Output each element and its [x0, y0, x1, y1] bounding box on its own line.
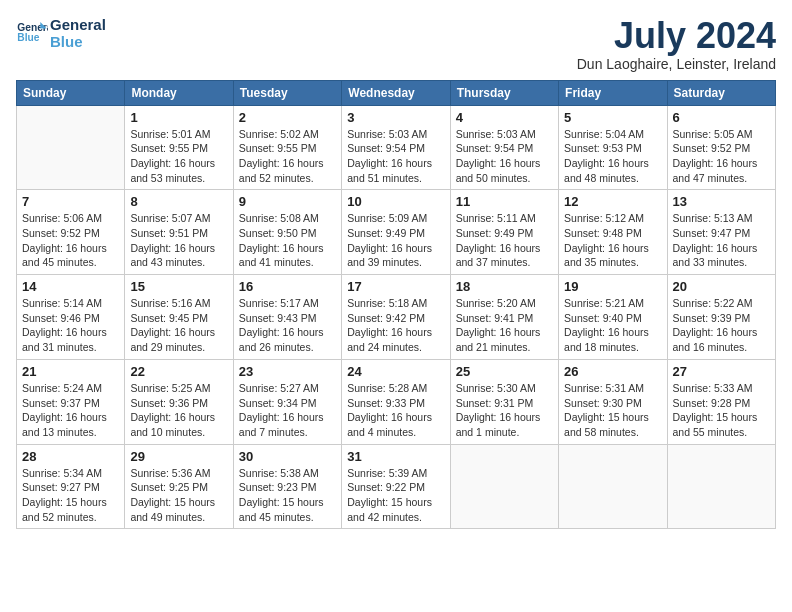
calendar-cell: 26Sunrise: 5:31 AMSunset: 9:30 PMDayligh…: [559, 359, 667, 444]
calendar-cell: 4Sunrise: 5:03 AMSunset: 9:54 PMDaylight…: [450, 105, 558, 190]
day-number: 24: [347, 364, 444, 379]
calendar-cell: 15Sunrise: 5:16 AMSunset: 9:45 PMDayligh…: [125, 275, 233, 360]
calendar-cell: 29Sunrise: 5:36 AMSunset: 9:25 PMDayligh…: [125, 444, 233, 529]
calendar: SundayMondayTuesdayWednesdayThursdayFrid…: [16, 80, 776, 530]
day-info: Sunrise: 5:18 AMSunset: 9:42 PMDaylight:…: [347, 296, 444, 355]
calendar-cell: 14Sunrise: 5:14 AMSunset: 9:46 PMDayligh…: [17, 275, 125, 360]
day-info: Sunrise: 5:20 AMSunset: 9:41 PMDaylight:…: [456, 296, 553, 355]
day-number: 31: [347, 449, 444, 464]
calendar-cell: 10Sunrise: 5:09 AMSunset: 9:49 PMDayligh…: [342, 190, 450, 275]
calendar-cell: 17Sunrise: 5:18 AMSunset: 9:42 PMDayligh…: [342, 275, 450, 360]
calendar-week-row: 28Sunrise: 5:34 AMSunset: 9:27 PMDayligh…: [17, 444, 776, 529]
calendar-cell: 2Sunrise: 5:02 AMSunset: 9:55 PMDaylight…: [233, 105, 341, 190]
col-header-friday: Friday: [559, 80, 667, 105]
calendar-week-row: 1Sunrise: 5:01 AMSunset: 9:55 PMDaylight…: [17, 105, 776, 190]
day-info: Sunrise: 5:14 AMSunset: 9:46 PMDaylight:…: [22, 296, 119, 355]
day-number: 3: [347, 110, 444, 125]
day-info: Sunrise: 5:33 AMSunset: 9:28 PMDaylight:…: [673, 381, 770, 440]
day-number: 20: [673, 279, 770, 294]
day-number: 30: [239, 449, 336, 464]
calendar-cell: 22Sunrise: 5:25 AMSunset: 9:36 PMDayligh…: [125, 359, 233, 444]
month-title: July 2024: [577, 16, 776, 56]
col-header-tuesday: Tuesday: [233, 80, 341, 105]
day-number: 19: [564, 279, 661, 294]
day-info: Sunrise: 5:08 AMSunset: 9:50 PMDaylight:…: [239, 211, 336, 270]
day-number: 15: [130, 279, 227, 294]
calendar-cell: 9Sunrise: 5:08 AMSunset: 9:50 PMDaylight…: [233, 190, 341, 275]
calendar-cell: 6Sunrise: 5:05 AMSunset: 9:52 PMDaylight…: [667, 105, 775, 190]
calendar-cell: 5Sunrise: 5:04 AMSunset: 9:53 PMDaylight…: [559, 105, 667, 190]
day-number: 5: [564, 110, 661, 125]
day-info: Sunrise: 5:24 AMSunset: 9:37 PMDaylight:…: [22, 381, 119, 440]
logo-icon: General Blue: [16, 17, 48, 49]
day-info: Sunrise: 5:34 AMSunset: 9:27 PMDaylight:…: [22, 466, 119, 525]
day-number: 13: [673, 194, 770, 209]
day-number: 23: [239, 364, 336, 379]
day-number: 28: [22, 449, 119, 464]
calendar-cell: 21Sunrise: 5:24 AMSunset: 9:37 PMDayligh…: [17, 359, 125, 444]
svg-text:Blue: Blue: [17, 32, 39, 43]
day-info: Sunrise: 5:02 AMSunset: 9:55 PMDaylight:…: [239, 127, 336, 186]
day-number: 21: [22, 364, 119, 379]
calendar-cell: 19Sunrise: 5:21 AMSunset: 9:40 PMDayligh…: [559, 275, 667, 360]
day-number: 18: [456, 279, 553, 294]
calendar-cell: 20Sunrise: 5:22 AMSunset: 9:39 PMDayligh…: [667, 275, 775, 360]
day-info: Sunrise: 5:28 AMSunset: 9:33 PMDaylight:…: [347, 381, 444, 440]
calendar-cell: [17, 105, 125, 190]
day-number: 4: [456, 110, 553, 125]
logo: General Blue General Blue: [16, 16, 106, 50]
header: General Blue General Blue July 2024 Dun …: [16, 16, 776, 72]
calendar-cell: 25Sunrise: 5:30 AMSunset: 9:31 PMDayligh…: [450, 359, 558, 444]
day-number: 11: [456, 194, 553, 209]
title-block: July 2024 Dun Laoghaire, Leinster, Irela…: [577, 16, 776, 72]
logo-line1: General: [50, 16, 106, 33]
day-number: 8: [130, 194, 227, 209]
calendar-cell: [559, 444, 667, 529]
calendar-week-row: 21Sunrise: 5:24 AMSunset: 9:37 PMDayligh…: [17, 359, 776, 444]
day-number: 29: [130, 449, 227, 464]
calendar-header-row: SundayMondayTuesdayWednesdayThursdayFrid…: [17, 80, 776, 105]
calendar-cell: 7Sunrise: 5:06 AMSunset: 9:52 PMDaylight…: [17, 190, 125, 275]
calendar-cell: 13Sunrise: 5:13 AMSunset: 9:47 PMDayligh…: [667, 190, 775, 275]
col-header-saturday: Saturday: [667, 80, 775, 105]
calendar-cell: 16Sunrise: 5:17 AMSunset: 9:43 PMDayligh…: [233, 275, 341, 360]
day-info: Sunrise: 5:31 AMSunset: 9:30 PMDaylight:…: [564, 381, 661, 440]
day-number: 6: [673, 110, 770, 125]
day-number: 22: [130, 364, 227, 379]
calendar-cell: 27Sunrise: 5:33 AMSunset: 9:28 PMDayligh…: [667, 359, 775, 444]
calendar-cell: 8Sunrise: 5:07 AMSunset: 9:51 PMDaylight…: [125, 190, 233, 275]
calendar-week-row: 14Sunrise: 5:14 AMSunset: 9:46 PMDayligh…: [17, 275, 776, 360]
day-info: Sunrise: 5:16 AMSunset: 9:45 PMDaylight:…: [130, 296, 227, 355]
day-info: Sunrise: 5:25 AMSunset: 9:36 PMDaylight:…: [130, 381, 227, 440]
day-number: 25: [456, 364, 553, 379]
day-info: Sunrise: 5:17 AMSunset: 9:43 PMDaylight:…: [239, 296, 336, 355]
calendar-cell: 11Sunrise: 5:11 AMSunset: 9:49 PMDayligh…: [450, 190, 558, 275]
day-info: Sunrise: 5:22 AMSunset: 9:39 PMDaylight:…: [673, 296, 770, 355]
day-number: 10: [347, 194, 444, 209]
calendar-cell: 23Sunrise: 5:27 AMSunset: 9:34 PMDayligh…: [233, 359, 341, 444]
day-number: 2: [239, 110, 336, 125]
day-info: Sunrise: 5:21 AMSunset: 9:40 PMDaylight:…: [564, 296, 661, 355]
day-info: Sunrise: 5:04 AMSunset: 9:53 PMDaylight:…: [564, 127, 661, 186]
location: Dun Laoghaire, Leinster, Ireland: [577, 56, 776, 72]
day-number: 27: [673, 364, 770, 379]
day-number: 26: [564, 364, 661, 379]
day-info: Sunrise: 5:01 AMSunset: 9:55 PMDaylight:…: [130, 127, 227, 186]
calendar-cell: 12Sunrise: 5:12 AMSunset: 9:48 PMDayligh…: [559, 190, 667, 275]
day-info: Sunrise: 5:03 AMSunset: 9:54 PMDaylight:…: [347, 127, 444, 186]
col-header-wednesday: Wednesday: [342, 80, 450, 105]
day-info: Sunrise: 5:09 AMSunset: 9:49 PMDaylight:…: [347, 211, 444, 270]
calendar-cell: 24Sunrise: 5:28 AMSunset: 9:33 PMDayligh…: [342, 359, 450, 444]
day-info: Sunrise: 5:06 AMSunset: 9:52 PMDaylight:…: [22, 211, 119, 270]
calendar-cell: 1Sunrise: 5:01 AMSunset: 9:55 PMDaylight…: [125, 105, 233, 190]
col-header-sunday: Sunday: [17, 80, 125, 105]
calendar-cell: [667, 444, 775, 529]
calendar-cell: 3Sunrise: 5:03 AMSunset: 9:54 PMDaylight…: [342, 105, 450, 190]
calendar-cell: 18Sunrise: 5:20 AMSunset: 9:41 PMDayligh…: [450, 275, 558, 360]
day-number: 12: [564, 194, 661, 209]
day-number: 9: [239, 194, 336, 209]
logo-line2: Blue: [50, 33, 106, 50]
day-info: Sunrise: 5:36 AMSunset: 9:25 PMDaylight:…: [130, 466, 227, 525]
day-number: 7: [22, 194, 119, 209]
day-info: Sunrise: 5:05 AMSunset: 9:52 PMDaylight:…: [673, 127, 770, 186]
